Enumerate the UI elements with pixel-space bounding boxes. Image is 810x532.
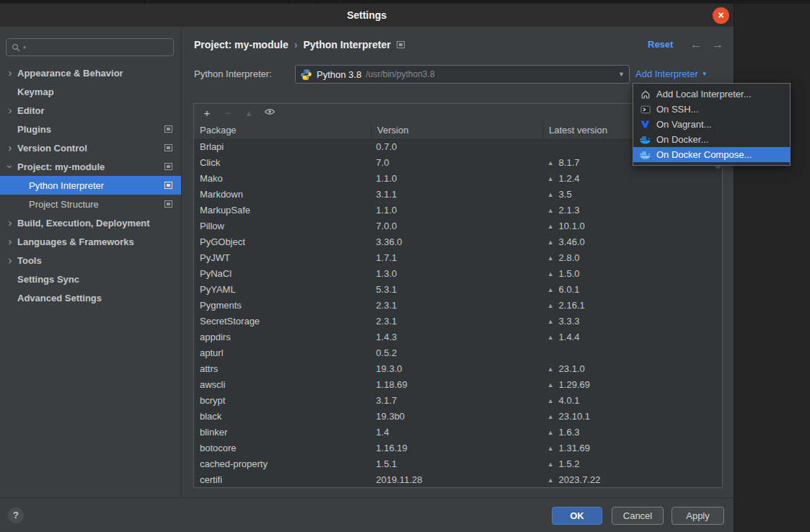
package-name: awscli — [194, 377, 370, 393]
upgrade-available-icon: ▲ — [547, 377, 554, 393]
table-row[interactable]: Pygments 2.3.1 ▲ 2.16.1 — [194, 298, 722, 314]
table-row[interactable]: Mako 1.1.0 ▲ 1.2.4 — [194, 171, 722, 187]
upgrade-available-icon: ▲ — [547, 171, 554, 187]
menu-item-on-docker-compose[interactable]: On Docker Compose... — [633, 147, 790, 162]
package-name: Click — [194, 155, 370, 171]
table-row[interactable]: certifi 2019.11.28 ▲ 2023.7.22 — [194, 472, 722, 487]
chevron-right-icon[interactable]: › — [4, 217, 16, 229]
ok-button[interactable]: OK — [552, 507, 602, 525]
python-icon — [300, 68, 312, 81]
chevron-right-icon[interactable]: › — [4, 236, 16, 247]
table-row[interactable]: Markdown 3.1.1 ▲ 3.5 — [194, 187, 722, 203]
table-row[interactable]: blinker 1.4 ▲ 1.6.3 — [194, 425, 722, 440]
menu-item-add-local-interpreter[interactable]: Add Local Interpreter... — [633, 87, 790, 102]
sidebar-item-python-interpreter[interactable]: Python Interpreter — [0, 176, 181, 195]
settings-dialog: Settings × ▼ › Appearance & Behavior Key… — [0, 4, 734, 532]
upgrade-available-icon: ▲ — [547, 155, 554, 171]
column-header-version[interactable]: Version — [371, 122, 542, 139]
search-history-caret-icon[interactable]: ▼ — [22, 45, 27, 50]
chevron-right-icon[interactable]: › — [4, 67, 16, 79]
package-latest-version: ▲ 1.5.2 — [542, 456, 722, 472]
upgrade-available-icon: ▲ — [547, 234, 554, 250]
cancel-button[interactable]: Cancel — [612, 507, 664, 525]
table-row[interactable]: PyGObject 3.36.0 ▲ 3.46.0 — [194, 234, 722, 250]
upgrade-available-icon: ▲ — [547, 250, 554, 266]
table-row[interactable]: awscli 1.18.69 ▲ 1.29.69 — [194, 377, 722, 393]
sidebar-item-tools[interactable]: › Tools — [0, 251, 181, 270]
table-row[interactable]: apturl 0.5.2 ▲ — [194, 345, 722, 361]
table-row[interactable]: PyYAML 5.3.1 ▲ 6.0.1 — [194, 282, 722, 298]
add-interpreter-button[interactable]: Add Interpreter ▼ — [635, 65, 708, 84]
external-config-icon — [397, 41, 405, 48]
sidebar-item-advanced-settings[interactable]: Advanced Settings — [0, 288, 181, 307]
reset-link[interactable]: Reset — [648, 36, 673, 53]
sidebar-item-project-structure[interactable]: Project Structure — [0, 195, 181, 213]
sidebar-item-version-control[interactable]: › Version Control — [0, 138, 181, 157]
upgrade-available-icon: ▲ — [547, 314, 554, 329]
uninstall-package-button[interactable]: − — [222, 107, 234, 119]
sidebar-item-build-execution-deployment[interactable]: › Build, Execution, Deployment — [0, 213, 181, 232]
sidebar-item-editor[interactable]: › Editor — [0, 101, 181, 120]
package-latest-version: ▲ 6.0.1 — [542, 282, 722, 298]
upgrade-available-icon: ▲ — [547, 409, 554, 425]
search-input[interactable] — [28, 41, 169, 53]
column-header-package[interactable]: Package — [194, 122, 371, 139]
table-row[interactable]: cached-property 1.5.1 ▲ 1.5.2 — [194, 456, 722, 472]
sidebar-item-plugins[interactable]: Plugins — [0, 120, 181, 138]
breadcrumb-page: Python Interpreter — [303, 39, 390, 50]
package-name: botocore — [194, 440, 370, 456]
breadcrumb: Project: my-module › Python Interpreter — [194, 36, 405, 53]
close-icon: × — [718, 9, 723, 21]
interpreter-path: /usr/bin/python3.8 — [366, 69, 434, 79]
upgrade-available-icon: ▲ — [547, 282, 554, 298]
settings-search[interactable]: ▼ — [6, 38, 174, 56]
table-row[interactable]: black 19.3b0 ▲ 23.10.1 — [194, 409, 722, 425]
sidebar-item-project-my-module[interactable]: › Project: my-module — [0, 157, 181, 176]
help-button[interactable]: ? — [8, 507, 24, 523]
install-package-button[interactable]: + — [201, 107, 213, 119]
table-row[interactable]: bcrypt 3.1.7 ▲ 4.0.1 — [194, 393, 722, 409]
sidebar-item-appearance-behavior[interactable]: › Appearance & Behavior — [0, 63, 181, 82]
sidebar-item-languages-frameworks[interactable]: › Languages & Frameworks — [0, 232, 181, 251]
chevron-right-icon[interactable]: › — [4, 105, 16, 116]
combo-dropdown-icon[interactable]: ▼ — [618, 71, 625, 78]
add-interpreter-menu: Add Local Interpreter... On SSH... On Va… — [633, 83, 791, 166]
package-latest-version: ▲ 2.1.3 — [542, 203, 722, 218]
close-button[interactable]: × — [713, 7, 729, 24]
table-row[interactable]: MarkupSafe 1.1.0 ▲ 2.1.3 — [194, 203, 722, 218]
package-latest-version: ▲ 1.6.3 — [542, 425, 722, 440]
apply-button[interactable]: Apply — [672, 507, 724, 525]
package-name: black — [194, 409, 370, 425]
chevron-down-icon[interactable]: › — [4, 161, 16, 172]
table-row[interactable]: PyNaCl 1.3.0 ▲ 1.5.0 — [194, 266, 722, 282]
package-name: Brlapi — [194, 139, 370, 155]
screen: Settings × ▼ › Appearance & Behavior Key… — [0, 0, 810, 532]
package-version: 0.5.2 — [370, 345, 541, 361]
table-row[interactable]: SecretStorage 2.3.1 ▲ 3.3.3 — [194, 314, 722, 329]
sidebar-item-keymap[interactable]: Keymap — [0, 82, 181, 101]
interpreter-select[interactable]: Python 3.8 /usr/bin/python3.8 ▼ — [295, 65, 630, 84]
menu-item-on-vagrant[interactable]: On Vagrant... — [633, 117, 790, 132]
table-row[interactable]: attrs 19.3.0 ▲ 23.1.0 — [194, 361, 722, 377]
package-latest-version: ▲ 1.2.4 — [542, 171, 722, 187]
table-row[interactable]: PyJWT 1.7.1 ▲ 2.8.0 — [194, 250, 722, 266]
back-arrow-icon[interactable]: ← — [690, 36, 702, 53]
menu-item-on-ssh[interactable]: On SSH... — [633, 102, 790, 117]
chevron-right-icon[interactable]: › — [4, 254, 16, 266]
table-row[interactable]: Pillow 7.0.0 ▲ 10.1.0 — [194, 218, 722, 234]
table-row[interactable]: appdirs 1.4.3 ▲ 1.4.4 — [194, 329, 722, 345]
package-name: blinker — [194, 425, 370, 440]
package-version: 1.16.19 — [370, 440, 541, 456]
package-version: 1.4.3 — [370, 329, 541, 345]
show-early-releases-button[interactable] — [264, 107, 276, 119]
chevron-right-icon[interactable]: › — [4, 142, 16, 154]
table-row[interactable]: botocore 1.16.19 ▲ 1.31.69 — [194, 440, 722, 456]
menu-item-on-docker[interactable]: On Docker... — [633, 132, 790, 147]
breadcrumb-project[interactable]: Project: my-module — [194, 39, 289, 50]
forward-arrow-icon[interactable]: → — [712, 36, 723, 53]
external-config-icon — [164, 200, 172, 208]
package-latest-version: ▲ 4.0.1 — [542, 393, 722, 409]
sidebar-item-settings-sync[interactable]: Settings Sync — [0, 270, 181, 288]
package-latest-version: ▲ 3.46.0 — [542, 234, 722, 250]
upgrade-package-button[interactable]: ▲ — [243, 107, 255, 119]
